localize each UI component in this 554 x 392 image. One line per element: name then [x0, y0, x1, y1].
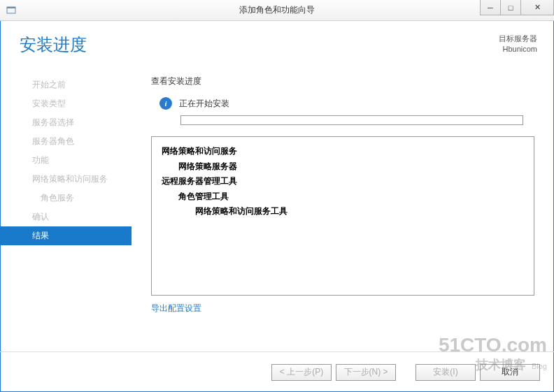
feature-group: 远程服务器管理工具 [162, 174, 524, 189]
destination-server: 目标服务器 Hbunicom [499, 34, 537, 55]
window-controls: ─ □ ✕ [481, 0, 554, 15]
sidebar-item-server-roles: 服务器角色 [0, 132, 132, 151]
wizard-sidebar: 开始之前 安装类型 服务器选择 服务器角色 功能 网络策略和访问服务 角色服务 … [0, 70, 132, 343]
svg-rect-1 [7, 7, 15, 8]
status-text: 正在开始安装 [179, 98, 229, 110]
feature-group: 网络策略和访问服务 [162, 144, 524, 159]
dest-name: Hbunicom [499, 44, 537, 55]
export-config-link[interactable]: 导出配置设置 [151, 303, 537, 314]
progress-bar [180, 115, 523, 125]
previous-button[interactable]: < 上一步(P) [271, 364, 332, 381]
sidebar-item-results: 结果 [0, 226, 132, 245]
dest-label: 目标服务器 [499, 34, 537, 44]
sidebar-item-confirm: 确认 [0, 208, 132, 226]
sidebar-item-role-services: 角色服务 [0, 189, 132, 208]
wizard-footer: < 上一步(P) 下一步(N) > 安装(I) 取消 [0, 351, 554, 392]
header: 安装进度 目标服务器 Hbunicom [0, 21, 554, 70]
page-title: 安装进度 [20, 34, 87, 56]
app-icon [6, 5, 17, 16]
next-button[interactable]: 下一步(N) > [336, 364, 396, 381]
minimize-button[interactable]: ─ [480, 0, 501, 15]
sidebar-item-before-begin: 开始之前 [0, 75, 132, 94]
info-icon: i [159, 97, 172, 110]
feature-item: 角色管理工具 [162, 189, 524, 205]
window-title: 添加角色和功能向导 [239, 4, 315, 16]
feature-list: 网络策略和访问服务 网络策略服务器 远程服务器管理工具 角色管理工具 网络策略和… [151, 136, 534, 296]
titlebar: 添加角色和功能向导 ─ □ ✕ [0, 0, 554, 21]
maximize-button[interactable]: □ [500, 0, 521, 15]
close-button[interactable]: ✕ [520, 0, 554, 15]
content-pane: 查看安装进度 i 正在开始安装 网络策略和访问服务 网络策略服务器 远程服务器管… [132, 70, 554, 343]
sidebar-item-features: 功能 [0, 151, 132, 170]
feature-item: 网络策略服务器 [162, 159, 524, 175]
feature-item: 网络策略和访问服务工具 [162, 204, 524, 219]
install-button[interactable]: 安装(I) [416, 364, 476, 381]
cancel-button[interactable]: 取消 [480, 364, 540, 381]
sidebar-item-nps: 网络策略和访问服务 [0, 170, 132, 189]
sidebar-item-install-type: 安装类型 [0, 94, 132, 113]
sidebar-item-server-select: 服务器选择 [0, 113, 132, 132]
section-label: 查看安装进度 [151, 75, 537, 87]
